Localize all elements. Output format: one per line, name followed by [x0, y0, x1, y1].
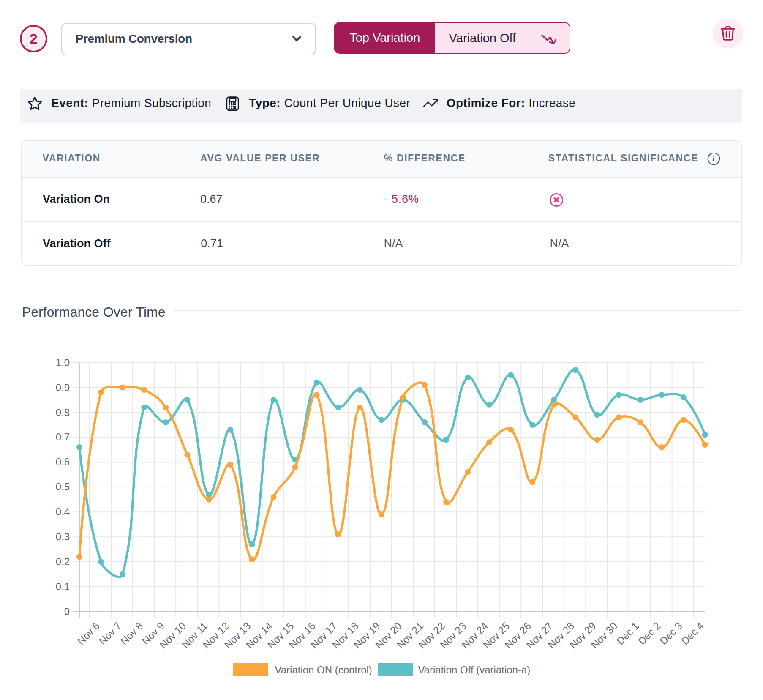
svg-text:0.7: 0.7 [56, 431, 70, 443]
svg-text:i: i [712, 155, 715, 163]
svg-text:0.1: 0.1 [56, 581, 70, 592]
svg-text:0.8: 0.8 [56, 407, 70, 418]
svg-text:1.0: 1.0 [56, 357, 70, 368]
svg-text:0: 0 [64, 606, 70, 617]
svg-text:0.6: 0.6 [56, 456, 70, 468]
svg-text:Nov 7: Nov 7 [97, 620, 123, 647]
svg-text:Dec 4: Dec 4 [679, 620, 706, 647]
svg-text:0.2: 0.2 [56, 556, 70, 567]
svg-text:0.3: 0.3 [56, 531, 70, 542]
svg-text:Dec 2: Dec 2 [636, 620, 662, 647]
svg-text:Dec 1: Dec 1 [614, 620, 641, 647]
svg-text:Nov 6: Nov 6 [75, 620, 102, 647]
svg-text:0.9: 0.9 [56, 382, 70, 393]
svg-text:0.4: 0.4 [56, 506, 70, 517]
svg-text:0.5: 0.5 [56, 481, 70, 492]
svg-text:Nov 8: Nov 8 [118, 620, 145, 647]
svg-text:Dec 3: Dec 3 [657, 620, 684, 647]
